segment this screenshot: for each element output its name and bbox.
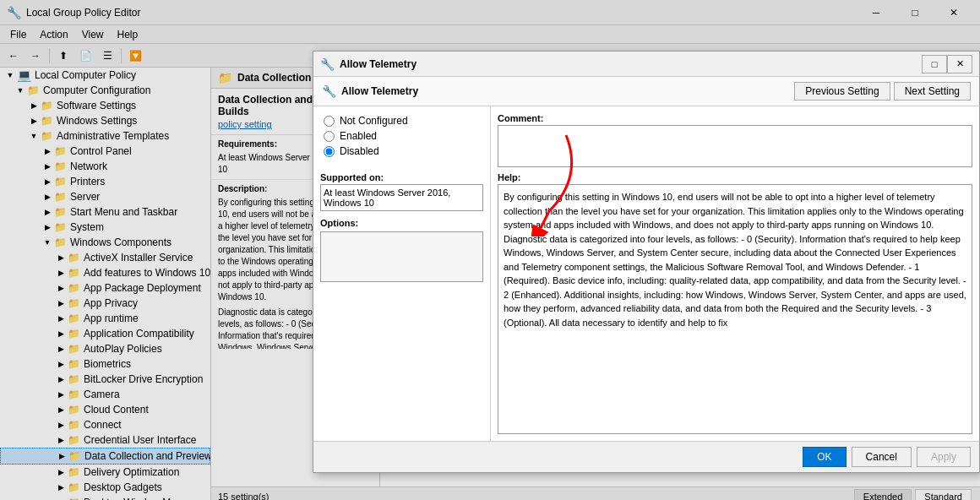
ok-button[interactable]: OK — [803, 447, 846, 467]
options-box — [320, 231, 483, 282]
radio-enabled-input[interactable] — [324, 131, 335, 142]
comment-label: Comment: — [498, 113, 972, 123]
dialog-title-icon: 🔧 — [320, 57, 335, 71]
prev-setting-button[interactable]: Previous Setting — [794, 82, 890, 101]
dialog-close[interactable]: ✕ — [947, 55, 972, 73]
dialog-footer: OK Cancel Apply — [313, 441, 979, 472]
help-label: Help: — [498, 172, 972, 182]
dialog-body: Not Configured Enabled Disabled Supporte… — [313, 106, 979, 441]
comment-section: Comment: — [498, 113, 972, 167]
radio-enabled[interactable]: Enabled — [320, 128, 483, 144]
dialog-controls: □ ✕ — [922, 55, 972, 73]
comment-box[interactable] — [498, 125, 972, 167]
next-setting-button[interactable]: Next Setting — [894, 82, 971, 101]
dialog-nav-buttons: Previous Setting Next Setting — [794, 82, 971, 101]
dialog-left-panel: Not Configured Enabled Disabled Supporte… — [313, 106, 491, 441]
cancel-button[interactable]: Cancel — [852, 447, 912, 467]
radio-not-configured[interactable]: Not Configured — [320, 113, 483, 128]
supported-on-section: Supported on: At least Windows Server 20… — [320, 172, 483, 211]
radio-enabled-label: Enabled — [340, 130, 377, 142]
radio-disabled-label: Disabled — [340, 145, 379, 157]
apply-button[interactable]: Apply — [917, 447, 971, 467]
dialog-setting-icon: 🔧 — [322, 84, 336, 98]
dialog-maximize[interactable]: □ — [922, 55, 947, 73]
options-label: Options: — [320, 218, 483, 228]
radio-disabled[interactable]: Disabled — [320, 144, 483, 159]
supported-on-label: Supported on: — [320, 172, 483, 182]
help-text-content: By configuring this setting in Windows 1… — [504, 192, 966, 328]
help-text: By configuring this setting in Windows 1… — [498, 184, 972, 434]
allow-telemetry-dialog: 🔧 Allow Telemetry □ ✕ 🔧 Allow Telemetry … — [313, 51, 980, 473]
dialog-title-bar: 🔧 Allow Telemetry □ ✕ — [313, 52, 979, 77]
dialog-title: Allow Telemetry — [340, 58, 922, 70]
dialog-setting-name: Allow Telemetry — [341, 85, 418, 97]
radio-group: Not Configured Enabled Disabled — [320, 113, 483, 159]
radio-not-configured-input[interactable] — [324, 116, 335, 127]
supported-on-value: At least Windows Server 2016, Windows 10 — [320, 184, 483, 211]
dialog-right-panel: Comment: Help: By configuring this setti… — [491, 106, 979, 441]
help-section: Help: By configuring this setting in Win… — [498, 172, 972, 434]
dialog-header: 🔧 Allow Telemetry Previous Setting Next … — [313, 77, 979, 106]
radio-not-configured-label: Not Configured — [340, 115, 408, 127]
dialog-setting-title-container: 🔧 Allow Telemetry — [322, 84, 418, 98]
radio-disabled-input[interactable] — [324, 146, 335, 157]
options-section: Options: — [320, 218, 483, 282]
